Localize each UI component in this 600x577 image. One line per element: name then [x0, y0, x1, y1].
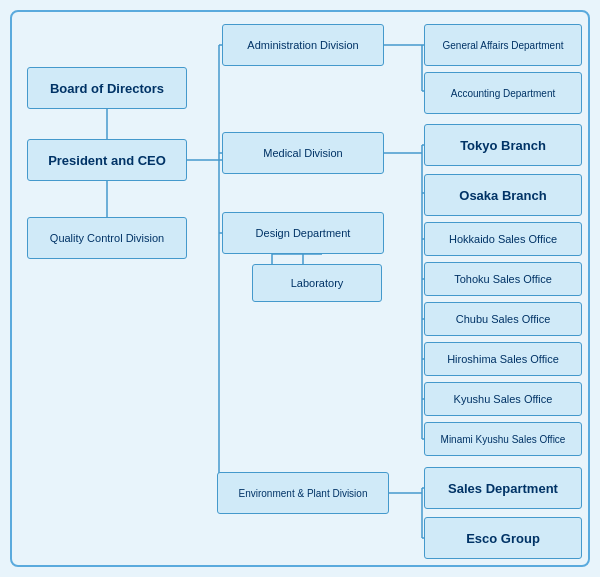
president-ceo: President and CEO	[27, 139, 187, 181]
minami-office: Minami Kyushu Sales Office	[424, 422, 582, 456]
osaka-branch: Osaka Branch	[424, 174, 582, 216]
tohoku-office: Tohoku Sales Office	[424, 262, 582, 296]
accounting-dept: Accounting Department	[424, 72, 582, 114]
board-of-directors: Board of Directors	[27, 67, 187, 109]
laboratory: Laboratory	[252, 264, 382, 302]
quality-control: Quality Control Division	[27, 217, 187, 259]
org-chart: Board of Directors President and CEO Qua…	[10, 10, 590, 567]
general-affairs: General Affairs Department	[424, 24, 582, 66]
hiroshima-office: Hiroshima Sales Office	[424, 342, 582, 376]
esco-group: Esco Group	[424, 517, 582, 559]
tokyo-branch: Tokyo Branch	[424, 124, 582, 166]
chubu-office: Chubu Sales Office	[424, 302, 582, 336]
env-division: Environment & Plant Division	[217, 472, 389, 514]
sales-dept: Sales Department	[424, 467, 582, 509]
medical-division: Medical Division	[222, 132, 384, 174]
design-department: Design Department	[222, 212, 384, 254]
hokkaido-office: Hokkaido Sales Office	[424, 222, 582, 256]
admin-division: Administration Division	[222, 24, 384, 66]
kyushu-office: Kyushu Sales Office	[424, 382, 582, 416]
